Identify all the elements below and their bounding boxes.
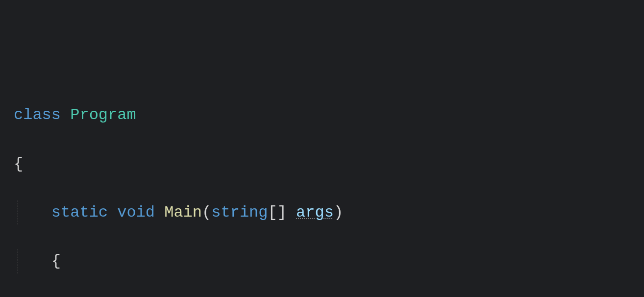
class-name: Program bbox=[70, 106, 136, 124]
paren-open: ( bbox=[202, 203, 211, 222]
code-line-3[interactable]: static void Main(string[] args) bbox=[14, 200, 644, 225]
code-line-2[interactable]: { bbox=[14, 152, 644, 176]
brace-open: { bbox=[51, 252, 61, 270]
code-line-1[interactable]: class Program bbox=[14, 103, 644, 127]
brace-open: { bbox=[14, 155, 23, 173]
param-args: args bbox=[296, 203, 334, 222]
keyword-class: class bbox=[14, 106, 61, 124]
brackets: [] bbox=[268, 203, 286, 222]
keyword-void: void bbox=[117, 203, 155, 222]
paren-close: ) bbox=[334, 203, 343, 222]
method-name-main: Main bbox=[164, 203, 202, 222]
indent-guide bbox=[17, 249, 18, 273]
code-line-4[interactable]: { bbox=[14, 249, 644, 273]
keyword-static: static bbox=[51, 203, 108, 222]
keyword-string: string bbox=[211, 203, 268, 222]
indent-guide bbox=[17, 200, 18, 225]
